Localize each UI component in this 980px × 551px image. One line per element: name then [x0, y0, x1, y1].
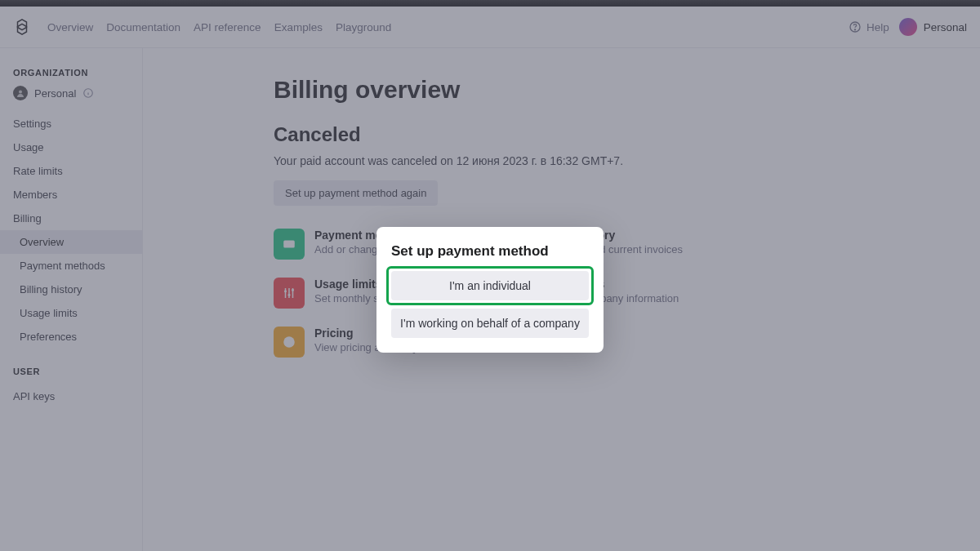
payment-method-modal: Set up payment method I'm an individual … [376, 227, 604, 353]
modal-title: Set up payment method [391, 243, 589, 260]
company-option-button[interactable]: I'm working on behalf of a company [391, 309, 589, 338]
individual-option-button[interactable]: I'm an individual [391, 271, 589, 300]
modal-overlay[interactable]: Set up payment method I'm an individual … [0, 0, 980, 551]
